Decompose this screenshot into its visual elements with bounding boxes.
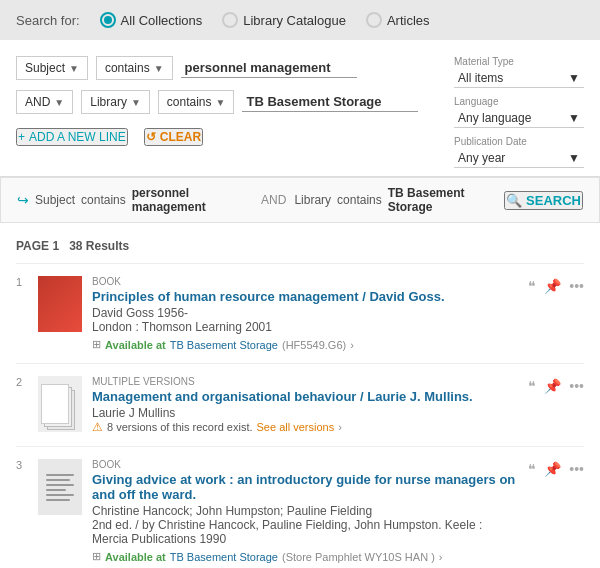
more-icon-3[interactable]: •••: [569, 461, 584, 563]
publication-date-filter: Publication Date Any year ▼: [454, 136, 584, 168]
material-type-dropdown[interactable]: All items ▼: [454, 69, 584, 88]
add-new-line-button[interactable]: + ADD A NEW LINE: [16, 128, 128, 146]
result-title-2[interactable]: Management and organisational behaviour …: [92, 389, 518, 404]
query-bar: ↪ Subject contains personnel management …: [0, 177, 600, 223]
contains-dropdown-1[interactable]: contains ▼: [96, 56, 173, 80]
radio-circle-library-catalogue: [222, 12, 238, 28]
quote-icon-2[interactable]: ❝: [528, 378, 536, 434]
versions-text-2: 8 versions of this record exist.: [107, 421, 253, 433]
language-filter: Language Any language ▼: [454, 96, 584, 128]
subject-value-input[interactable]: [181, 58, 357, 78]
location-icon-1: ⊞: [92, 338, 101, 351]
result-publisher-3: 2nd ed. / by Christine Hancock, Pauline …: [92, 518, 518, 546]
radio-library-catalogue[interactable]: Library Catalogue: [222, 12, 346, 28]
result-versions-2: ⚠ 8 versions of this record exist. See a…: [92, 420, 518, 434]
result-content-2: MULTIPLE VERSIONS Management and organis…: [92, 376, 518, 434]
callnum-3: (Store Pamphlet WY10S HAN ): [282, 551, 435, 563]
query-subject-label: Subject: [35, 193, 75, 207]
result-type-1: BOOK: [92, 276, 518, 287]
result-content-1: BOOK Principles of human resource manage…: [92, 276, 518, 351]
location-icon-3: ⊞: [92, 550, 101, 563]
publication-date-arrow-icon: ▼: [568, 151, 580, 165]
query-subject-value: personnel management: [132, 186, 253, 214]
result-item-3: 3 BOOK Giving advice at work : an introd…: [16, 447, 584, 568]
plus-icon: +: [18, 130, 25, 144]
pin-icon-2[interactable]: 📌: [544, 378, 561, 434]
chevron-icon-3: ›: [439, 551, 443, 563]
search-for-label: Search for:: [16, 13, 80, 28]
radio-all-collections[interactable]: All Collections: [100, 12, 203, 28]
pin-icon-3[interactable]: 📌: [544, 461, 561, 563]
location-text-1[interactable]: TB Basement Storage: [170, 339, 278, 351]
result-author-2: Laurie J Mullins: [92, 406, 518, 420]
chevron-icon-1: ›: [350, 339, 354, 351]
search-button[interactable]: 🔍 SEARCH: [504, 191, 583, 210]
subject-dropdown[interactable]: Subject ▼: [16, 56, 88, 80]
callnum-1: (HF5549.G6): [282, 339, 346, 351]
search-icon: 🔍: [506, 193, 522, 208]
warning-icon-2: ⚠: [92, 420, 103, 434]
more-icon-2[interactable]: •••: [569, 378, 584, 434]
result-thumb-1: [38, 276, 82, 332]
query-arrow-icon: ↪: [17, 192, 29, 208]
result-thumb-3: [38, 459, 82, 515]
refresh-icon: ↺: [146, 130, 156, 144]
result-publisher-1: London : Thomson Learning 2001: [92, 320, 518, 334]
result-location-3: ⊞ Available at TB Basement Storage (Stor…: [92, 550, 518, 563]
result-number-2: 2: [16, 376, 28, 434]
result-type-3: BOOK: [92, 459, 518, 470]
result-author-3: Christine Hancock; John Humpston; Paulin…: [92, 504, 518, 518]
contains-dropdown-2[interactable]: contains ▼: [158, 90, 235, 114]
and-connector-dropdown[interactable]: AND ▼: [16, 90, 73, 114]
right-filter-group: Material Type All items ▼ Language Any l…: [454, 56, 584, 168]
result-title-3[interactable]: Giving advice at work : an introductory …: [92, 472, 518, 502]
result-number-3: 3: [16, 459, 28, 563]
radio-circle-articles: [366, 12, 382, 28]
contains-arrow-icon-2: ▼: [216, 97, 226, 108]
and-arrow-icon: ▼: [54, 97, 64, 108]
result-item-1: 1 BOOK Principles of human resource mana…: [16, 264, 584, 364]
filter-row-1: Subject ▼ contains ▼: [16, 56, 438, 80]
quote-icon-3[interactable]: ❝: [528, 461, 536, 563]
result-actions-3: ❝ 📌 •••: [528, 459, 584, 563]
pin-icon-1[interactable]: 📌: [544, 278, 561, 351]
quote-icon-1[interactable]: ❝: [528, 278, 536, 351]
radio-articles[interactable]: Articles: [366, 12, 430, 28]
location-text-3[interactable]: TB Basement Storage: [170, 551, 278, 563]
clear-button[interactable]: ↺ CLEAR: [144, 128, 203, 146]
query-contains-2: contains: [337, 193, 382, 207]
query-library-label: Library: [294, 193, 331, 207]
result-location-1: ⊞ Available at TB Basement Storage (HF55…: [92, 338, 518, 351]
filter-area: Subject ▼ contains ▼ AND ▼ Library ▼: [0, 40, 600, 177]
publication-date-dropdown[interactable]: Any year ▼: [454, 149, 584, 168]
material-type-arrow-icon: ▼: [568, 71, 580, 85]
result-item-2: 2 MULTIPLE VERSIONS Management and organ…: [16, 364, 584, 447]
more-icon-1[interactable]: •••: [569, 278, 584, 351]
library-arrow-icon: ▼: [131, 97, 141, 108]
query-library-value: TB Basement Storage: [388, 186, 500, 214]
result-content-3: BOOK Giving advice at work : an introduc…: [92, 459, 518, 563]
contains-arrow-icon-1: ▼: [154, 63, 164, 74]
results-area: PAGE 1 38 Results 1 BOOK Principles of h…: [0, 223, 600, 568]
language-arrow-icon: ▼: [568, 111, 580, 125]
book-lines-3: [40, 468, 80, 507]
result-title-1[interactable]: Principles of human resource management …: [92, 289, 518, 304]
language-dropdown[interactable]: Any language ▼: [454, 109, 584, 128]
library-value-input[interactable]: [242, 92, 418, 112]
query-and-label: AND: [261, 193, 286, 207]
radio-circle-all-collections: [100, 12, 116, 28]
result-type-2: MULTIPLE VERSIONS: [92, 376, 518, 387]
library-dropdown[interactable]: Library ▼: [81, 90, 150, 114]
search-for-bar: Search for: All Collections Library Cata…: [0, 0, 600, 40]
material-type-filter: Material Type All items ▼: [454, 56, 584, 88]
result-actions-1: ❝ 📌 •••: [528, 276, 584, 351]
subject-arrow-icon: ▼: [69, 63, 79, 74]
result-author-1: David Goss 1956-: [92, 306, 518, 320]
filter-actions: + ADD A NEW LINE ↺ CLEAR: [16, 124, 438, 154]
book-cover-1: [38, 276, 82, 332]
result-thumb-2: [38, 376, 82, 432]
versions-link-2[interactable]: See all versions: [257, 421, 335, 433]
result-number-1: 1: [16, 276, 28, 351]
result-actions-2: ❝ 📌 •••: [528, 376, 584, 434]
results-header: PAGE 1 38 Results: [16, 233, 584, 264]
